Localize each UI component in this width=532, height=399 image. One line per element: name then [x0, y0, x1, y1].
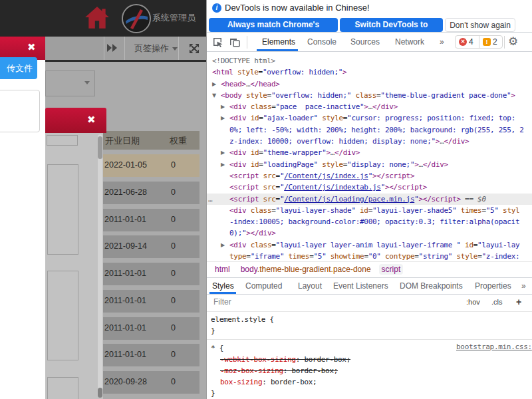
styles-filter-input[interactable] [212, 297, 414, 307]
code-line[interactable]: 0%; left: -50%; width: 200%; height: 200… [207, 124, 532, 136]
rule-selector[interactable]: element.style { [211, 314, 532, 325]
expand-arrow-icon[interactable]: ▶ [221, 112, 229, 124]
code-line[interactable]: …<script src="/Content/js/loading/pace.m… [207, 194, 532, 205]
code-line[interactable]: ▶<div class="layui-layer layer-anim layu… [207, 239, 532, 251]
table-row[interactable]: 2011-01-010 [103, 344, 200, 366]
code-token: style [457, 252, 478, 261]
code-line[interactable]: <script src="/Content/js/index.js"></scr… [207, 170, 532, 182]
expand-arrow-icon[interactable]: ▶ [221, 239, 229, 251]
devtools-tab-network[interactable]: Network [395, 33, 424, 51]
code-line[interactable]: <html style="overflow: hidden;"> [207, 66, 532, 78]
more-styles-tabs-button[interactable]: » [521, 278, 526, 294]
code-line[interactable]: ▶<div id="theme-wrapper">…</div> [207, 147, 532, 158]
upload-dialog-close-button[interactable]: ✖ [27, 43, 36, 53]
avatar[interactable] [122, 4, 151, 33]
breadcrumb-item[interactable]: html [212, 264, 233, 275]
page-dropdown[interactable] [45, 70, 95, 96]
notification-message: DevTools is now available in Chinese! [225, 3, 370, 13]
iframe-dialog-body [45, 133, 103, 399]
switch-devtools-chinese-button[interactable]: Switch DevTools to Chinese [340, 18, 443, 32]
styles-tab-layout[interactable]: Layout [298, 278, 322, 294]
code-line[interactable]: type="iframe" times="5" showtime="0" con… [207, 251, 532, 261]
class-toggle[interactable]: .cls [491, 298, 503, 306]
code-line[interactable]: <script src="/Content/js/indextab.js"></… [207, 182, 532, 193]
error-count-badge[interactable]: 4 [469, 37, 473, 48]
breadcrumb-item[interactable]: body.theme-blue-gradient.pace-done [238, 264, 374, 275]
new-style-rule-button[interactable]: + [516, 297, 521, 307]
styles-tab-dom-breakpoints[interactable]: DOM Breakpoints [400, 278, 463, 294]
always-match-language-button[interactable]: Always match Chrome's language [209, 18, 338, 32]
expand-arrow-icon[interactable]: ▶ [221, 147, 229, 158]
devtools-tab-sources[interactable]: Sources [350, 33, 380, 51]
table-row[interactable]: 2022-01-050 [103, 154, 200, 177]
code-line[interactable]: <!DOCTYPE html> [207, 55, 532, 66]
form-field-box[interactable] [47, 377, 78, 399]
elements-tree: <!DOCTYPE html><html style="overflow: hi… [207, 53, 532, 261]
error-issue-badges: ✕ 4 ! 2 [455, 35, 503, 49]
settings-gear-icon[interactable]: ⚙ [508, 35, 518, 48]
form-field-box[interactable] [47, 271, 78, 360]
css-property-value: : border-box; [262, 378, 317, 386]
code-line[interactable]: -index:10005; background-color:#000; opa… [207, 216, 532, 227]
code-line[interactable]: ▶<div class="pace pace-inactive">…</div> [207, 101, 532, 112]
code-line[interactable]: ▼<body style="overflow: hidden;" class="… [207, 90, 532, 101]
form-field-box[interactable] [47, 135, 78, 146]
dont-show-again-button[interactable]: Don't show again [445, 18, 515, 32]
expand-arrow-icon[interactable]: ▶ [221, 159, 229, 170]
issue-count-badge[interactable]: 2 [493, 37, 497, 48]
code-line[interactable]: ▶<div id="loadingPage" style="display: n… [207, 159, 532, 170]
device-toolbar-icon[interactable] [229, 37, 240, 47]
code-line[interactable]: ▶<head>…</head> [207, 78, 532, 90]
code-token: style [322, 160, 343, 169]
devtools-tab-elements[interactable]: Elements [262, 33, 295, 51]
cell-open-date: 2011-01-01 [104, 296, 146, 305]
table-row[interactable]: 2021-06-280 [103, 182, 200, 204]
table-row[interactable]: 2011-01-010 [103, 317, 200, 340]
scrollbar-thumb[interactable] [98, 136, 102, 159]
styles-tab-event-listeners[interactable]: Event Listeners [333, 278, 388, 294]
styles-tab-styles[interactable]: Styles [212, 278, 234, 294]
code-token: <!DOCTYPE html> [212, 57, 275, 65]
css-rule: * {bootstrap.min.css:-webkit-box-sizing:… [207, 340, 532, 399]
code-token: <div [229, 160, 246, 169]
pseudo-state-toggle[interactable]: :hov [466, 298, 480, 306]
expand-arrow-icon[interactable]: ▶ [212, 78, 221, 90]
dialog-scrollbar[interactable] [98, 134, 102, 398]
username-label[interactable]: 系统管理员 [152, 12, 196, 24]
css-property[interactable]: -webkit-box-sizing: border-box; [211, 354, 532, 365]
code-token: type [229, 252, 246, 261]
form-field-box[interactable] [47, 164, 78, 255]
styles-tab-computed[interactable]: Computed [245, 278, 282, 294]
breadcrumb-item[interactable]: script [379, 264, 404, 275]
cell-weight: 0 [171, 269, 176, 278]
dialog-close-button[interactable]: ✖ [87, 115, 96, 125]
css-property[interactable]: -moz-box-sizing: border-box; [211, 365, 532, 376]
table-row[interactable]: 2011-01-010 [103, 263, 200, 285]
collapse-arrow-icon[interactable]: ▼ [212, 90, 221, 101]
tab-operations-button[interactable]: 页签操作 [134, 43, 178, 55]
code-token: "layui-lay [477, 241, 519, 249]
upload-file-button[interactable]: 传文件 [0, 57, 37, 79]
inspect-element-icon[interactable] [212, 37, 223, 47]
code-line[interactable]: z-index: 10000; overflow: hidden; displa… [207, 136, 532, 147]
table-row[interactable]: 2021-09-140 [103, 235, 200, 258]
devtools-panel: i DevTools is now available in Chinese! … [206, 0, 532, 399]
expand-fullscreen-icon[interactable] [189, 43, 200, 54]
table-row[interactable]: 2011-01-010 [103, 290, 200, 313]
expand-arrow-icon[interactable]: ▶ [221, 101, 229, 112]
table-row[interactable]: 2020-09-280 [103, 371, 200, 394]
code-token: ></script> [372, 172, 414, 180]
code-token: "theme-blue-gradient pace-done" [380, 91, 511, 100]
rule-source-link[interactable]: bootstrap.min.css: [456, 342, 532, 351]
code-line[interactable]: ▶<div id="ajax-loader" style="cursor: pr… [207, 112, 532, 124]
home-icon[interactable] [84, 5, 110, 31]
scrollbar-thumb[interactable] [98, 388, 102, 398]
scroll-tabs-forward-icon[interactable] [106, 43, 120, 53]
styles-tab-properties[interactable]: Properties [475, 278, 511, 294]
more-tabs-button[interactable]: » [440, 33, 444, 51]
css-property[interactable]: box-sizing: border-box; [211, 376, 532, 388]
table-row[interactable]: 2011-01-010 [103, 209, 200, 231]
devtools-tab-console[interactable]: Console [307, 33, 336, 51]
code-line[interactable]: 0);"></div> [207, 227, 532, 239]
code-line[interactable]: <div class="layui-layer-shade" id="layui… [207, 205, 532, 216]
